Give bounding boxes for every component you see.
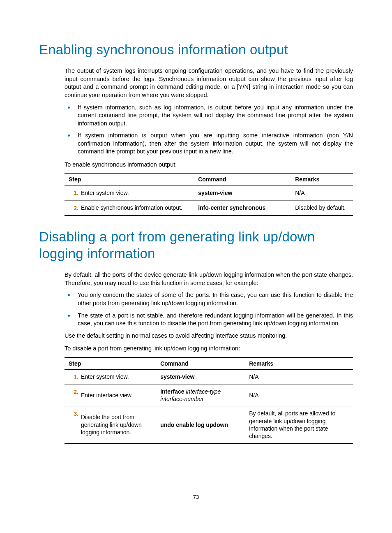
table-row: 3. Disable the port from generating link… bbox=[65, 406, 353, 443]
table-header-row: Step Command Remarks bbox=[65, 357, 353, 370]
section2-bullet-2: The state of a port is not stable, and t… bbox=[65, 312, 353, 328]
step-description: Enable synchronous information output. bbox=[80, 200, 195, 216]
cmd-bold: info-center synchronous bbox=[198, 204, 265, 211]
heading-disabling-port-logging: Disabling a port from generating link up… bbox=[39, 228, 353, 262]
step-command: interface interface-type interface-numbe… bbox=[157, 385, 246, 406]
page-number: 73 bbox=[0, 494, 392, 500]
table-row: 2. Enable synchronous information output… bbox=[65, 200, 353, 216]
step-description: Enter system view. bbox=[80, 369, 157, 384]
section1-body: The output of system logs interrupts ong… bbox=[65, 67, 353, 169]
step-command: undo enable log updown bbox=[157, 406, 246, 443]
table-row: 1. Enter system view. system-view N/A bbox=[65, 369, 353, 384]
section1-leadin: To enable synchronous information output… bbox=[65, 161, 353, 169]
page: Enabling synchronous information output … bbox=[0, 0, 392, 533]
step-number: 1. bbox=[65, 185, 80, 200]
step-command: system-view bbox=[195, 185, 292, 200]
step-remarks: By default, all ports are allowed to gen… bbox=[246, 406, 353, 443]
step-description: Disable the port from generating link up… bbox=[80, 406, 157, 443]
step-command: system-view bbox=[157, 369, 246, 384]
step-number: 1. bbox=[65, 369, 80, 384]
step-remarks: Disabled by default. bbox=[292, 200, 353, 216]
section1-bullets: If system information, such as log infor… bbox=[65, 104, 353, 156]
step-remarks: N/A bbox=[246, 385, 353, 406]
th-command: Command bbox=[157, 357, 246, 370]
step-command: info-center synchronous bbox=[195, 200, 292, 216]
step-description: Enter interface view. bbox=[80, 385, 157, 406]
section2-bullets: You only concern the states of some of t… bbox=[65, 291, 353, 327]
heading-enabling-sync-output: Enabling synchronous information output bbox=[39, 41, 353, 58]
th-command: Command bbox=[195, 173, 292, 185]
th-step: Step bbox=[65, 357, 157, 370]
step-remarks: N/A bbox=[246, 369, 353, 384]
section2-bullet-1: You only concern the states of some of t… bbox=[65, 291, 353, 307]
section2-leadin: To disable a port from generating link u… bbox=[65, 345, 353, 353]
cmd-bold: undo enable log updown bbox=[160, 422, 228, 428]
section2-para1: By default, all the ports of the device … bbox=[65, 271, 353, 287]
step-description: Enter system view. bbox=[80, 185, 195, 200]
table-header-row: Step Command Remarks bbox=[65, 173, 353, 185]
section1-bullet-1: If system information, such as log infor… bbox=[65, 104, 353, 128]
step-remarks: N/A bbox=[292, 185, 353, 200]
cmd-bold: interface bbox=[160, 388, 184, 395]
table-row: 1. Enter system view. system-view N/A bbox=[65, 185, 353, 200]
cmd-bold: system-view bbox=[160, 373, 194, 380]
th-remarks: Remarks bbox=[292, 173, 353, 185]
step-number: 3. bbox=[65, 406, 80, 443]
table-disable-port-logging: Step Command Remarks 1. Enter system vie… bbox=[65, 357, 353, 444]
cmd-bold: system-view bbox=[198, 190, 232, 196]
step-number: 2. bbox=[65, 385, 80, 406]
th-remarks: Remarks bbox=[246, 357, 353, 370]
table-enable-sync: Step Command Remarks 1. Enter system vie… bbox=[65, 173, 353, 216]
section1-bullet-2: If system information is output when you… bbox=[65, 132, 353, 156]
table-row: 2. Enter interface view. interface inter… bbox=[65, 385, 353, 406]
section2-para2: Use the default setting in normal cases … bbox=[65, 332, 353, 340]
th-step: Step bbox=[65, 173, 195, 185]
section1-para1: The output of system logs interrupts ong… bbox=[65, 67, 353, 99]
step-number: 2. bbox=[65, 200, 80, 216]
section2-body: By default, all the ports of the device … bbox=[65, 271, 353, 353]
